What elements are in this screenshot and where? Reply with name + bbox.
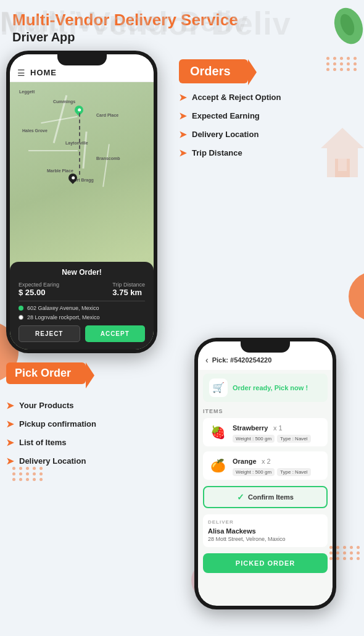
strawberry-qty: x 1: [273, 424, 283, 432]
picked-order-button[interactable]: PICKED ORDER: [203, 553, 328, 573]
orders-section-banner: Orders: [179, 59, 248, 83]
hamburger-icon[interactable]: ☰: [17, 68, 25, 78]
pick-feature-list: ➤ Your Products ➤ Pickup confirmation ➤ …: [6, 400, 154, 467]
map-road-4: [28, 150, 78, 151]
distance-value: 3.75 km: [112, 288, 145, 297]
dots-decoration-top: [326, 57, 358, 71]
pick-text-4: Delivery Location: [19, 456, 86, 466]
confirm-items-label: Confirm Items: [248, 493, 294, 501]
phone-screen-right: ‹ Pick: #5420254220 🛒 Order ready, Pick …: [198, 341, 333, 606]
strawberry-icon: 🍓: [208, 422, 228, 442]
orders-panel: Orders ➤ Accept & Reject Option ➤ Expect…: [173, 51, 364, 353]
order-popup-title: New Order!: [19, 268, 145, 277]
map-pin-end: [68, 174, 80, 185]
home-title: HOME: [30, 68, 57, 77]
orange-qty: x 2: [262, 458, 271, 465]
feature-text-4: Trip Distance: [192, 148, 242, 157]
pick-arrow-2: ➤: [6, 419, 14, 430]
map-label-2: Cummings: [53, 99, 75, 104]
feature-text-3: Delivery Location: [192, 130, 259, 139]
order-info-row: Expected Earing $ 25.00 Trip Distance 3.…: [19, 282, 145, 297]
order-ready-banner: 🛒 Order ready, Pick now !: [203, 374, 328, 402]
orange-icon: 🍊: [208, 456, 228, 475]
map-label-7: Marble Place: [47, 169, 73, 173]
house-icon: [318, 125, 364, 183]
deliver-section: DELIVER Alisa Mackews 28 Mott Street, Ve…: [203, 514, 328, 547]
pick-arrow-4: ➤: [6, 456, 14, 467]
confirm-items-button[interactable]: ✓ Confirm Items: [203, 486, 328, 508]
arrow-icon-2: ➤: [179, 111, 187, 122]
orange-tags: Weight : 500 gm Type : Navel: [233, 468, 323, 476]
strawberry-tag-1: Weight : 500 gm: [233, 435, 275, 443]
reject-button[interactable]: REJECT: [19, 325, 80, 342]
cart-icon: 🛒: [209, 379, 228, 397]
map-label-3: Card Place: [96, 113, 118, 117]
pick-text-3: List of Items: [19, 438, 67, 447]
addr-dot-white: [19, 315, 23, 320]
address-1: 602 Galaxey Avenue, Mexico: [19, 305, 145, 311]
accept-button[interactable]: ACCEPT: [85, 325, 146, 342]
svg-rect-4: [338, 159, 347, 171]
addr-1-text: 602 Galaxey Avenue, Mexico: [27, 305, 99, 311]
bottom-section: Pick Order ➤ Your Products ➤ Pickup conf…: [0, 356, 364, 609]
pick-feature-2: ➤ Pickup confirmation: [6, 419, 154, 430]
pick-order-banner: Pick Order: [6, 362, 86, 384]
feature-item-1: ➤ Accept & Reject Option: [179, 92, 355, 103]
earning-value: $ 25.00: [19, 288, 59, 297]
items-section-label: ITEMS: [198, 406, 333, 416]
strawberry-name: Strawberry: [233, 424, 268, 432]
phone-screen-left: ☰ HOME Leggett Cummings C: [10, 54, 154, 349]
deliver-address: 28 Mott Street, Velrone, Maxico: [208, 536, 323, 542]
map-label-6: Branscomb: [96, 156, 120, 161]
dots-bottom-right: [329, 546, 361, 560]
dots-decoration-bottom: [12, 467, 160, 481]
distance-label: Trip Distance: [112, 282, 145, 288]
addr-dot-green: [19, 306, 23, 311]
phone-right: ‹ Pick: #5420254220 🛒 Order ready, Pick …: [167, 356, 364, 609]
back-arrow-icon[interactable]: ‹: [205, 355, 209, 365]
pick-feature-4: ➤ Delivery Location: [6, 456, 154, 467]
phone-notch-right: [241, 341, 290, 353]
check-icon: ✓: [237, 492, 244, 502]
item-strawberry: 🍓 Strawberry x 1 Weight : 500 gm Type : …: [203, 418, 328, 446]
orange-tag-2: Type : Navel: [277, 468, 310, 476]
pick-arrow-3: ➤: [6, 437, 14, 448]
earning-label: Expected Earing: [19, 282, 59, 288]
map-label-4: Hales Grove: [22, 128, 48, 133]
pick-feature-3: ➤ List of Items: [6, 437, 154, 448]
map-road-3: [82, 132, 87, 169]
map-label-5: Laytonville: [65, 141, 88, 145]
item-orange: 🍊 Orange x 2 Weight : 500 gm Type : Nave…: [203, 451, 328, 480]
arrow-icon-3: ➤: [179, 129, 187, 140]
arrow-icon-1: ➤: [179, 92, 187, 103]
main-row: ☰ HOME Leggett Cummings C: [0, 51, 364, 353]
pick-arrow-1: ➤: [6, 400, 14, 411]
map-label-1: Leggett: [19, 90, 35, 94]
pick-feature-1: ➤ Your Products: [6, 400, 154, 411]
map-road-5: [102, 144, 110, 187]
deliver-name: Alisa Mackews: [208, 527, 323, 535]
feature-text-1: Accept & Reject Option: [192, 93, 281, 102]
phone-notch-left: [57, 54, 107, 65]
address-2: 28 Lognvale rockport, Mexico: [19, 314, 145, 320]
pick-text-2: Pickup confirmation: [19, 419, 96, 429]
header: Multi-Vendor Deliv Multi-Vendor Delivery…: [0, 0, 364, 44]
order-ready-text: Order ready, Pick now !: [233, 384, 308, 391]
pick-order-number: Pick: #5420254220: [212, 356, 272, 364]
orange-name: Orange: [233, 458, 257, 465]
map-route-line: [79, 113, 80, 175]
feature-item-2: ➤ Expected Earning: [179, 111, 355, 122]
order-buttons: REJECT ACCEPT: [19, 325, 145, 342]
pick-order-banner-wrap: Pick Order: [6, 362, 154, 393]
strawberry-tag-2: Type : Navel: [277, 435, 310, 443]
pick-text-1: Your Products: [19, 401, 74, 410]
app-title: Multi-Vendor Delivery Service: [12, 11, 352, 29]
order-earning-block: Expected Earing $ 25.00: [19, 282, 59, 297]
arrow-icon-4: ➤: [179, 148, 187, 159]
order-popup: New Order! Expected Earing $ 25.00 Trip …: [10, 262, 154, 349]
item-strawberry-info: Strawberry x 1 Weight : 500 gm Type : Na…: [233, 422, 323, 443]
order-distance-block: Trip Distance 3.75 km: [112, 282, 145, 297]
phone-mockup-left: ☰ HOME Leggett Cummings C: [6, 51, 157, 353]
orange-tag-1: Weight : 500 gm: [233, 468, 275, 476]
addr-2-text: 28 Lognvale rockport, Mexico: [27, 314, 100, 320]
